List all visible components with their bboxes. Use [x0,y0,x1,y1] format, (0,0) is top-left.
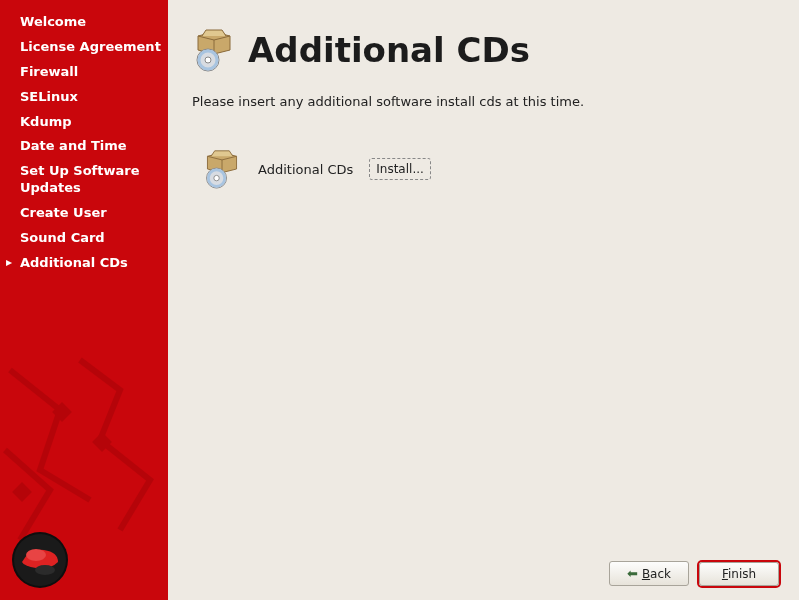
sidebar: Welcome License Agreement Firewall SELin… [0,0,168,600]
svg-rect-1 [92,432,112,452]
cd-box-icon [192,28,236,72]
sidebar-item-selinux[interactable]: SELinux [20,85,162,110]
cd-row-label: Additional CDs [258,162,353,177]
svg-point-12 [214,175,219,180]
main-panel: Additional CDs Please insert any additio… [168,0,799,600]
sidebar-item-date-time[interactable]: Date and Time [20,134,162,159]
sidebar-item-license[interactable]: License Agreement [20,35,162,60]
finish-button[interactable]: Finish [699,562,779,586]
svg-point-6 [35,565,55,575]
sidebar-item-software-updates[interactable]: Set Up Software Updates [20,159,162,201]
page-header: Additional CDs [192,28,769,72]
sidebar-item-firewall[interactable]: Firewall [20,60,162,85]
svg-point-9 [205,57,211,63]
sidebar-item-create-user[interactable]: Create User [20,201,162,226]
svg-point-5 [26,549,46,561]
svg-rect-2 [12,482,32,502]
cd-box-small-icon [202,149,242,189]
footer-buttons: ⬅ Back Finish [609,561,779,586]
svg-rect-0 [52,402,72,422]
sidebar-item-sound-card[interactable]: Sound Card [20,226,162,251]
additional-cd-row: Additional CDs Install... [192,149,769,189]
sidebar-item-kdump[interactable]: Kdump [20,110,162,135]
back-button[interactable]: ⬅ Back [609,561,689,586]
arrow-left-icon: ⬅ [627,566,638,581]
redhat-logo-icon [10,530,70,590]
sidebar-item-additional-cds[interactable]: Additional CDs [20,251,162,276]
sidebar-item-welcome[interactable]: Welcome [20,10,162,35]
sidebar-decoration [0,350,168,550]
page-title: Additional CDs [248,30,530,70]
install-button[interactable]: Install... [369,158,431,180]
page-description: Please insert any additional software in… [192,94,769,109]
sidebar-nav: Welcome License Agreement Firewall SELin… [0,10,168,276]
